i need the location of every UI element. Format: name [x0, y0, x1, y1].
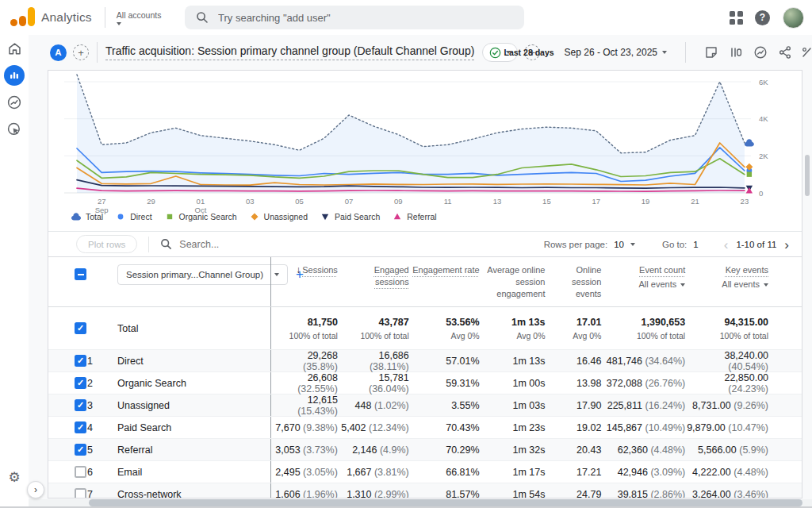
date-range-picker[interactable]: Sep 26 - Oct 23, 2025	[565, 47, 667, 58]
plot-rows-button[interactable]: Plot rows	[76, 235, 137, 253]
metric-cell: 4,222.00 (4.48%)	[685, 467, 768, 478]
apps-grid-icon[interactable]	[730, 11, 742, 24]
legend-item-unassigned[interactable]: Unassigned	[249, 212, 308, 221]
table-row-direct[interactable]: ✓1Direct29,268 (35.8%)16,686 (38.11%)57.…	[48, 349, 802, 371]
table-row-email[interactable]: 6Email2,495 (3.05%)1,667 (3.81%)66.81%1m…	[48, 460, 802, 483]
total-row-checkbox[interactable]: ✓	[75, 322, 86, 334]
legend-item-direct[interactable]: Direct	[115, 212, 151, 221]
analytics-logo-icon[interactable]	[8, 7, 35, 28]
column-header-online-session-events[interactable]: Online session events	[545, 257, 601, 300]
go-to-input[interactable]: 1	[693, 240, 698, 249]
horizontal-scrollbar[interactable]	[29, 499, 812, 506]
total-cell: 17.01Avg 0%	[545, 317, 601, 341]
column-header-engagement-rate[interactable]: Engagement rate	[409, 257, 480, 276]
metric-cell: 1,606 (1.96%)	[271, 489, 338, 499]
table-row-unassigned[interactable]: ✓3Unassigned12,615 (15.43%)448 (1.02%)3.…	[48, 394, 802, 416]
report-avatar[interactable]: A	[50, 44, 67, 61]
top-app-bar: Analytics All accounts ?	[0, 0, 812, 35]
metric-cell: 225,811 (16.24%)	[601, 400, 685, 411]
row-number: 1	[87, 356, 117, 367]
column-header-key-events[interactable]: Key eventsAll events	[685, 257, 768, 291]
table-row-cross-network[interactable]: 7Cross-network1,606 (1.96%)1,310 (2.99%)…	[48, 483, 802, 498]
global-search[interactable]	[185, 6, 524, 29]
row-checkbox[interactable]: ✓	[75, 444, 86, 456]
total-cell: 94,315.00100% of total	[685, 317, 768, 341]
metric-cell: 5,402 (12.34%)	[338, 422, 409, 433]
table-row-referral[interactable]: ✓5Referral3,053 (3.73%)2,146 (4.9%)70.29…	[48, 438, 802, 460]
metric-cell: 1m 03s	[480, 400, 546, 411]
search-icon	[160, 238, 172, 250]
channel-name: Organic Search	[117, 378, 270, 389]
brand-title: Analytics	[41, 10, 92, 25]
metric-cell: 39,815 (2.86%)	[601, 489, 685, 499]
legend-item-organic-search[interactable]: Organic Search	[164, 212, 237, 221]
row-checkbox[interactable]: ✓	[75, 377, 86, 389]
column-header-average-online-session-engagement[interactable]: Average online session engagement	[480, 257, 546, 300]
clipped-edge-icon[interactable]	[802, 45, 812, 60]
column-header-event-count[interactable]: Event countAll events	[601, 257, 685, 291]
metric-cell: 3,053 (3.73%)	[271, 444, 338, 456]
dimension-selector[interactable]: Session primary...Channel Group)	[117, 264, 288, 285]
metric-cell: 20.43	[545, 444, 601, 456]
channel-name: Cross-network	[117, 489, 270, 499]
column-header-sessions[interactable]: ↓Sessions	[271, 257, 338, 276]
svg-text:11: 11	[444, 197, 452, 206]
svg-text:03: 03	[246, 197, 255, 206]
row-checkbox[interactable]: ✓	[75, 399, 86, 411]
row-number: 4	[87, 422, 117, 433]
vertical-scrollbar-thumb[interactable]	[805, 155, 810, 196]
column-header-engaged-sessions[interactable]: Engaged sessions	[338, 257, 409, 288]
nav-reports-active[interactable]	[0, 62, 29, 89]
account-picker[interactable]: All accounts	[117, 10, 162, 25]
help-icon[interactable]: ?	[755, 10, 770, 25]
pagination-status: 1-10 of 11	[736, 240, 776, 249]
report-title[interactable]: Traffic acquisition: Session primary cha…	[105, 44, 474, 60]
ga-analytics-screen: Analytics All accounts ?	[0, 0, 812, 508]
total-cell: 1m 13sAvg 0%	[480, 317, 546, 341]
next-page-icon[interactable]: ›	[783, 238, 791, 252]
rows-per-page-value[interactable]: 10	[614, 240, 624, 249]
notes-icon[interactable]	[704, 45, 718, 60]
svg-text:17: 17	[592, 197, 601, 206]
nav-advertising[interactable]	[0, 116, 29, 143]
row-checkbox[interactable]: ✓	[75, 355, 86, 367]
nav-home[interactable]	[0, 35, 29, 62]
legend-item-paid-search[interactable]: Paid Search	[320, 212, 380, 221]
table-search[interactable]	[160, 238, 338, 250]
channel-name: Unassigned	[117, 400, 270, 411]
metric-cell: 66.81%	[409, 467, 480, 478]
metric-cell: 29,268 (35.8%)	[271, 350, 338, 372]
table-row-organic-search[interactable]: ✓2Organic Search26,608 (32.55%)15,781 (3…	[48, 371, 802, 394]
channel-name: Email	[117, 467, 270, 478]
insights-icon[interactable]	[753, 45, 768, 60]
expand-nav-button[interactable]: ›	[27, 481, 44, 498]
horizontal-scrollbar-thumb[interactable]	[89, 499, 802, 506]
row-checkbox[interactable]	[75, 466, 86, 478]
metric-cell: 1m 13s	[480, 356, 546, 367]
table-row-paid-search[interactable]: ✓4Paid Search7,670 (9.38%)5,402 (12.34%)…	[48, 416, 802, 438]
user-avatar[interactable]	[783, 7, 804, 29]
svg-text:15: 15	[542, 197, 551, 206]
prev-page-icon[interactable]: ‹	[722, 238, 730, 252]
total-cell: 1,390,653100% of total	[601, 317, 685, 341]
svg-text:19: 19	[642, 197, 650, 206]
metric-cell: 1m 17s	[480, 467, 546, 478]
legend-item-total[interactable]: Total	[71, 212, 103, 221]
chevron-down-icon[interactable]	[630, 243, 635, 246]
row-checkbox[interactable]	[75, 488, 86, 498]
admin-gear-icon[interactable]: ⚙	[0, 469, 29, 486]
table-search-input[interactable]	[179, 239, 338, 250]
metric-cell: 372,088 (26.76%)	[601, 378, 685, 389]
svg-text:6K: 6K	[759, 78, 768, 87]
metric-cell: 7,670 (9.38%)	[271, 422, 338, 433]
metric-filter-dropdown[interactable]: All events	[601, 279, 685, 291]
share-icon[interactable]	[778, 45, 792, 60]
comparisons-icon[interactable]	[729, 45, 743, 60]
row-checkbox[interactable]: ✓	[75, 421, 86, 433]
select-all-checkbox[interactable]	[75, 268, 86, 280]
add-report-tab-button[interactable]: +	[73, 44, 89, 60]
legend-item-referral[interactable]: Referral	[392, 212, 436, 221]
nav-explore[interactable]	[0, 89, 29, 116]
metric-filter-dropdown[interactable]: All events	[685, 279, 768, 291]
global-search-input[interactable]	[218, 12, 488, 24]
